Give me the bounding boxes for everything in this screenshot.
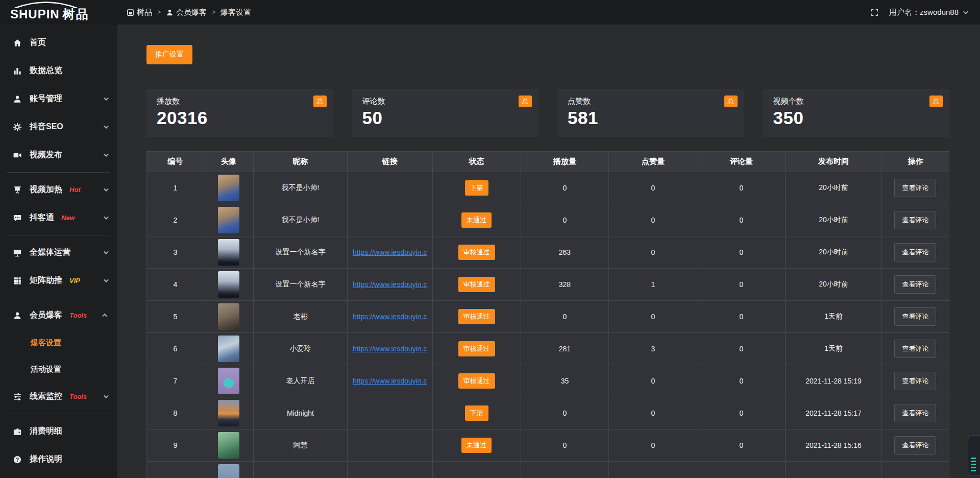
username-dropdown[interactable]: 用户名：zswodun88	[889, 8, 967, 17]
table-header-row: 编号 头像 昵称 链接 状态 播放量 点赞量 评论量 发布时间 操作	[147, 152, 949, 172]
table-row: 6 小爱玲 https://www.iesdouyin.c 审核通过 281 3…	[147, 333, 949, 365]
video-link[interactable]: https://www.iesdouyin.c	[348, 377, 432, 385]
status-badge: 下架	[465, 405, 488, 421]
sidebar-item-badge: Tools	[69, 393, 87, 400]
likes-count: 0	[609, 397, 697, 429]
sidebar-item-member-baoke[interactable]: 会员爆客 Tools	[0, 301, 117, 329]
total-badge: 总	[519, 95, 532, 107]
comments-count: 0	[697, 429, 786, 462]
sidebar-item-account-management[interactable]: 账号管理	[0, 85, 117, 113]
help-icon: ?	[12, 455, 22, 464]
floating-widget[interactable]	[968, 435, 980, 476]
sidebar-item-douketong[interactable]: 抖客通 New	[0, 204, 117, 232]
view-comments-button[interactable]: 查看评论	[894, 211, 936, 229]
sidebar-divider	[7, 414, 110, 414]
nickname: 小爱玲	[254, 333, 348, 365]
comments-count: 0	[697, 172, 786, 204]
logo-arc-icon	[12, 2, 80, 8]
sidebar-subitem-label: 活动设置	[31, 365, 61, 374]
publish-time: 20小时前	[786, 269, 882, 301]
nickname: 老彬	[254, 301, 348, 333]
chevron-down-icon	[104, 249, 109, 254]
header-id: 编号	[147, 152, 204, 172]
comments-count: 0	[697, 301, 786, 333]
nickname: 阿慧	[254, 429, 348, 462]
chevron-down-icon	[104, 124, 109, 129]
sidebar-divider	[7, 235, 110, 235]
video-link[interactable]: https://www.iesdouyin.c	[348, 345, 432, 353]
breadcrumb-item-current: 爆客设置	[220, 8, 251, 17]
row-id: 8	[147, 397, 204, 429]
video-link[interactable]: https://www.iesdouyin.c	[348, 313, 432, 321]
view-comments-button[interactable]: 查看评论	[894, 179, 936, 197]
total-badge: 总	[313, 95, 327, 107]
avatar	[218, 336, 239, 362]
total-badge: 总	[724, 95, 738, 107]
sidebar-item-video-heat[interactable]: 视频加热 Hot	[0, 176, 117, 204]
header-publish-time: 发布时间	[786, 152, 882, 172]
view-comments-button[interactable]: 查看评论	[894, 307, 936, 326]
sidebar-item-label: 账号管理	[30, 93, 62, 104]
total-badge: 总	[929, 95, 943, 107]
view-comments-button[interactable]: 查看评论	[894, 243, 936, 261]
publish-time	[786, 462, 882, 478]
video-link[interactable]: https://www.iesdouyin.c	[348, 280, 432, 289]
sidebar-item-media-operation[interactable]: 全媒体运营	[0, 238, 117, 267]
table-row: 2 我不是小帅! 未通过 0 0 0 20小时前 查看评论	[147, 204, 949, 236]
table-row	[147, 462, 949, 478]
header-avatar: 头像	[204, 152, 253, 172]
sidebar-item-clue-monitor[interactable]: 线索监控 Tools	[0, 383, 117, 411]
view-comments-button[interactable]: 查看评论	[894, 372, 936, 390]
sidebar-item-operation-guide[interactable]: ? 操作说明	[0, 445, 117, 473]
sidebar-item-label: 抖音SEO	[30, 122, 63, 132]
table-row: 9 阿慧 未通过 0 0 0 2021-11-28 15:16 查看评论	[147, 429, 949, 462]
plays-count: 281	[521, 333, 609, 365]
sidebar-item-home[interactable]: 首页	[0, 29, 117, 57]
view-comments-button[interactable]: 查看评论	[894, 404, 936, 422]
sidebar-subitem-baoke-settings[interactable]: 爆客设置	[0, 329, 117, 356]
sidebar-item-matrix-boost[interactable]: 矩阵助推 VIP	[0, 267, 117, 295]
sidebar-item-consume-detail[interactable]: 消费明细	[0, 417, 117, 445]
publish-time: 2021-11-28 15:16	[786, 429, 882, 462]
row-id: 4	[147, 269, 204, 301]
sidebar-item-douyin-seo[interactable]: 抖音SEO	[0, 113, 117, 141]
monitor-icon	[12, 248, 22, 257]
avatar	[218, 303, 239, 330]
likes-count: 0	[609, 204, 697, 236]
user-icon	[12, 94, 22, 104]
sidebar-subitem-activity-settings[interactable]: 活动设置	[0, 356, 117, 383]
publish-time: 20小时前	[786, 236, 882, 269]
status-badge: 下架	[465, 180, 488, 196]
breadcrumb-item-home[interactable]: 树品	[127, 8, 152, 17]
chevron-down-icon	[963, 9, 968, 14]
status-badge: 审核通过	[458, 245, 495, 260]
promo-settings-button[interactable]: 推广设置	[146, 45, 192, 64]
topbar: SHUPIN树品 树品 > 会员爆客 > 爆客设置 用户名：zswodun88	[0, 0, 980, 25]
view-comments-button[interactable]: 查看评论	[894, 340, 936, 358]
bar-chart-icon	[12, 66, 22, 76]
stat-value: 50	[362, 108, 529, 128]
sidebar-item-label: 全媒体运营	[30, 247, 70, 258]
sidebar-item-label: 会员爆客	[30, 310, 62, 321]
videos-table: 编号 头像 昵称 链接 状态 播放量 点赞量 评论量 发布时间 操作 1 我不是…	[146, 151, 949, 478]
app-logo: SHUPIN树品	[0, 0, 117, 25]
video-link[interactable]: https://www.iesdouyin.c	[348, 248, 432, 256]
plays-count	[521, 462, 609, 478]
sidebar-item-video-publish[interactable]: 视频发布	[0, 141, 117, 169]
svg-text:?: ?	[15, 457, 18, 462]
sidebar-divider	[7, 298, 110, 298]
stat-value: 581	[568, 108, 734, 128]
view-comments-button[interactable]: 查看评论	[894, 275, 936, 294]
stat-card: 播放数 总 20316	[146, 89, 333, 137]
table-row: 1 我不是小帅! 下架 0 0 0 20小时前 查看评论	[147, 172, 949, 204]
view-comments-button[interactable]: 查看评论	[894, 436, 936, 455]
breadcrumb-item-member[interactable]: 会员爆客	[166, 8, 207, 17]
fullscreen-icon[interactable]	[870, 8, 879, 17]
chevron-up-icon	[102, 314, 107, 319]
sidebar-item-badge: Hot	[69, 186, 81, 194]
chevron-down-icon	[104, 152, 109, 157]
row-id: 7	[147, 365, 204, 397]
plays-count: 0	[521, 301, 609, 333]
table-row: 4 设置一个新名字 https://www.iesdouyin.c 审核通过 3…	[147, 269, 949, 301]
sidebar-item-data-overview[interactable]: 数据总览	[0, 57, 117, 85]
